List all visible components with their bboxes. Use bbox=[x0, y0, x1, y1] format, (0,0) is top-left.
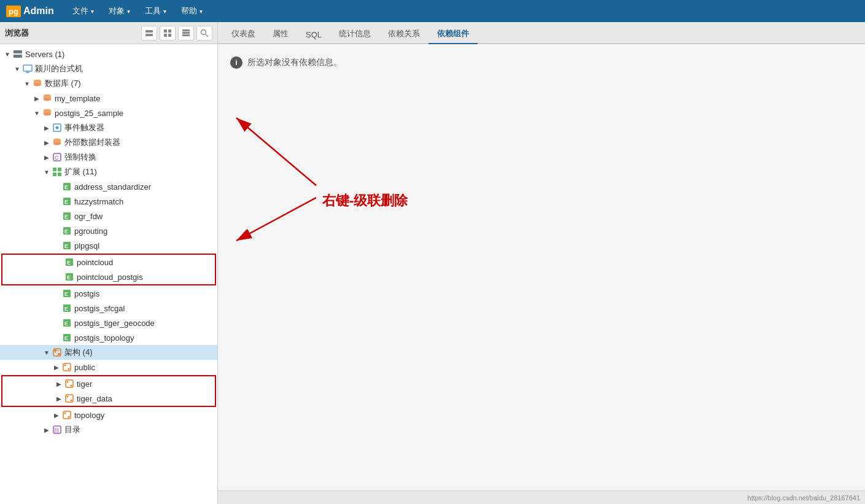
info-icon: i bbox=[230, 56, 242, 69]
grid-icon-btn[interactable] bbox=[160, 26, 176, 41]
cast-icon: C bbox=[52, 152, 63, 163]
tree-servers[interactable]: ▼ Servers (1) bbox=[0, 47, 217, 61]
svg-point-75 bbox=[68, 416, 70, 418]
menu-help[interactable]: 帮助 ▾ bbox=[175, 3, 209, 19]
schema-tiger-data-icon bbox=[64, 393, 75, 404]
chevron-down-icon: ▾ bbox=[200, 8, 203, 15]
svg-point-13 bbox=[20, 52, 21, 53]
svg-point-60 bbox=[54, 349, 56, 352]
tabs-bar: 仪表盘 属性 SQL 统计信息 依赖关系 依赖组件 bbox=[218, 22, 865, 44]
svg-point-20 bbox=[34, 83, 41, 87]
tab-dashboard[interactable]: 仪表盘 bbox=[223, 25, 264, 44]
tree-ext-postgis[interactable]: E postgis bbox=[0, 286, 217, 301]
ext-icon5: E bbox=[61, 240, 72, 251]
svg-rect-67 bbox=[66, 380, 73, 387]
tree-ext-postgis-sfcgal[interactable]: E postgis_sfcgal bbox=[0, 301, 217, 316]
toggle-cast[interactable]: ▶ bbox=[42, 152, 52, 162]
tab-dependents[interactable]: 依赖组件 bbox=[429, 25, 478, 44]
svg-text:E: E bbox=[64, 243, 68, 249]
tree-ext-address-standardizer[interactable]: E address_standardizer bbox=[0, 179, 217, 194]
ext-icon6: E bbox=[64, 257, 75, 268]
info-text: 所选对象没有依赖信息。 bbox=[247, 57, 342, 68]
toggle-extensions[interactable]: ▼ bbox=[42, 167, 52, 177]
svg-rect-33 bbox=[53, 168, 56, 171]
tab-statistics[interactable]: 统计信息 bbox=[330, 25, 379, 44]
annotation-area: 右键-级联删除 bbox=[230, 69, 853, 478]
tab-properties[interactable]: 属性 bbox=[264, 25, 297, 44]
toggle-desktop[interactable]: ▼ bbox=[12, 64, 22, 74]
tree-schemas[interactable]: ▼ 架构 (4) bbox=[0, 345, 217, 360]
chevron-down-icon: ▾ bbox=[127, 8, 130, 15]
postgis-db-icon bbox=[42, 107, 53, 118]
tree-ext-pgrouting[interactable]: E pgrouting bbox=[0, 223, 217, 238]
tree-desktop[interactable]: ▼ 颍川的台式机 bbox=[0, 61, 217, 76]
menu-tools[interactable]: 工具 ▾ bbox=[139, 3, 173, 19]
status-url: https://blog.csdn.net/baidu_28167641 bbox=[748, 494, 860, 502]
tree-extensions[interactable]: ▼ 扩展 (11) bbox=[0, 165, 217, 179]
tree-ext-plpgsql[interactable]: E plpgsql bbox=[0, 238, 217, 253]
svg-point-61 bbox=[58, 353, 60, 355]
desktop-icon bbox=[22, 63, 33, 74]
svg-rect-2 bbox=[164, 29, 167, 33]
menu-file[interactable]: 文件 ▾ bbox=[66, 3, 100, 19]
schema-public-icon bbox=[61, 362, 72, 373]
schema-tiger-icon bbox=[64, 378, 75, 389]
app-logo: pg Admin bbox=[6, 6, 54, 17]
toggle-topology[interactable]: ▶ bbox=[52, 410, 61, 420]
toggle-schemas[interactable]: ▼ bbox=[42, 347, 52, 357]
extensions-icon bbox=[52, 166, 63, 177]
ext-icon8: E bbox=[61, 288, 72, 299]
tree-catalog[interactable]: ▶ 目 目录 bbox=[0, 422, 217, 437]
tree-fdw[interactable]: ▶ 外部数据封装器 bbox=[0, 135, 217, 150]
tree-schema-public[interactable]: ▶ public bbox=[0, 360, 217, 374]
ext-icon4: E bbox=[61, 225, 72, 236]
ext-icon9: E bbox=[61, 303, 72, 314]
postgis-db-label: postgis_25_sample bbox=[55, 109, 123, 118]
tree-ext-postgis-topology[interactable]: E postgis_topology bbox=[0, 330, 217, 345]
tree-databases[interactable]: ▼ 数据库 (7) bbox=[0, 76, 217, 91]
toggle-tiger[interactable]: ▶ bbox=[54, 379, 64, 389]
ext-postgis-label: postgis bbox=[74, 289, 99, 298]
ext-plpgsql-label: plpgsql bbox=[74, 241, 99, 250]
ext-icon10: E bbox=[61, 317, 72, 328]
tree-postgis-db[interactable]: ▼ postgis_25_sample bbox=[0, 106, 217, 120]
toggle-postgis-db[interactable]: ▼ bbox=[32, 108, 42, 118]
svg-rect-64 bbox=[63, 363, 71, 371]
tab-sql[interactable]: SQL bbox=[297, 26, 330, 44]
toggle-my-template[interactable]: ▶ bbox=[32, 93, 42, 103]
toggle-public[interactable]: ▶ bbox=[52, 362, 61, 372]
tree-ext-fuzzystrmatch[interactable]: E fuzzystrmatch bbox=[0, 194, 217, 209]
tree-cast[interactable]: ▶ C 强制转换 bbox=[0, 150, 217, 165]
tree-schema-tiger-data[interactable]: ▶ tiger_data bbox=[2, 391, 215, 406]
tree-my-template[interactable]: ▶ my_template bbox=[0, 91, 217, 106]
toggle-databases[interactable]: ▼ bbox=[22, 79, 32, 88]
table-icon-btn[interactable] bbox=[178, 26, 194, 41]
tree-schema-tiger[interactable]: ▶ tiger bbox=[2, 376, 215, 391]
tree-ext-postgis-tiger-geocode[interactable]: E postgis_tiger_geocode bbox=[0, 316, 217, 330]
svg-text:E: E bbox=[64, 320, 68, 327]
topbar: pg Admin 文件 ▾ 对象 ▾ 工具 ▾ 帮助 ▾ bbox=[0, 0, 865, 22]
search-btn[interactable] bbox=[196, 26, 212, 41]
content-area: i 所选对象没有依赖信息。 右键-级联删除 bbox=[218, 44, 865, 490]
toggle-fdw[interactable]: ▶ bbox=[42, 138, 52, 147]
tab-dependencies[interactable]: 依赖关系 bbox=[379, 25, 429, 44]
svg-text:E: E bbox=[64, 291, 68, 297]
tree-ext-pointcloud[interactable]: E pointcloud bbox=[2, 255, 215, 269]
tree-event-trigger[interactable]: ▶ 事件触发器 bbox=[0, 120, 217, 135]
tree-schema-topology[interactable]: ▶ topology bbox=[0, 408, 217, 422]
toggle-servers[interactable]: ▼ bbox=[2, 49, 12, 59]
toggle-event-trigger[interactable]: ▶ bbox=[42, 123, 52, 133]
tree-ext-ogr-fdw[interactable]: E ogr_fdw bbox=[0, 209, 217, 223]
server-icon-btn[interactable] bbox=[141, 26, 157, 41]
event-trigger-icon bbox=[52, 122, 63, 133]
catalog-label: 目录 bbox=[64, 424, 80, 435]
tree-ext-pointcloud-postgis[interactable]: E pointcloud_postgis bbox=[2, 269, 215, 284]
ext-ogr-fdw-label: ogr_fdw bbox=[74, 212, 103, 221]
menu-object[interactable]: 对象 ▾ bbox=[103, 3, 136, 19]
toggle-tiger-data[interactable]: ▶ bbox=[54, 394, 64, 403]
toggle-catalog[interactable]: ▶ bbox=[42, 425, 52, 435]
databases-label: 数据库 (7) bbox=[45, 78, 81, 89]
spacer bbox=[52, 182, 61, 192]
svg-rect-4 bbox=[164, 34, 167, 37]
sidebar-tree[interactable]: ▼ Servers (1) ▼ 颍川的台式机 ▼ bbox=[0, 44, 217, 504]
